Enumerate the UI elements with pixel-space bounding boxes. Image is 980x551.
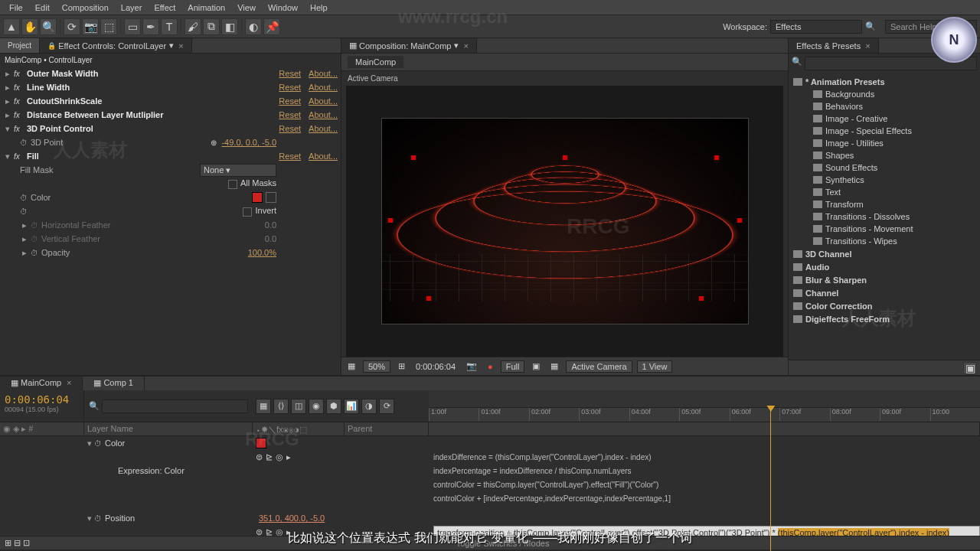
value-position[interactable]: 351.0, 400.0, -5.0 [259, 514, 325, 523]
live-update-icon[interactable]: ⟳ [379, 399, 394, 414]
value-3d-point[interactable]: -49.0, 0.0, -5.0 [221, 138, 276, 147]
stopwatch-icon[interactable]: ⏱ [31, 235, 38, 243]
menu-effect[interactable]: Effect [148, 2, 181, 14]
preset-item[interactable]: Transitions - Wipes [789, 235, 980, 247]
preset-item[interactable]: ▾Channel [789, 286, 980, 299]
about-link[interactable]: About... [309, 69, 338, 78]
expr-graph-icon[interactable]: ⊵ [266, 527, 273, 536]
workspace-dropdown[interactable]: Effects [770, 20, 862, 34]
about-link[interactable]: About... [309, 124, 338, 133]
toggle-icon[interactable]: ▸ [3, 96, 12, 106]
frame-blend-icon[interactable]: ◫ [291, 399, 306, 414]
preset-item[interactable]: Text [789, 186, 980, 198]
pen-tool[interactable]: ✒ [142, 18, 159, 35]
reset-link[interactable]: Reset [279, 69, 301, 78]
views-count-dropdown[interactable]: 1 View [637, 360, 673, 373]
stopwatch-icon[interactable]: ⏱ [20, 207, 28, 216]
stopwatch-icon[interactable]: ⏱ [31, 249, 38, 257]
current-time-indicator[interactable] [770, 407, 771, 551]
zoom-dropdown[interactable]: 50% [363, 360, 390, 373]
reset-link[interactable]: Reset [279, 124, 301, 133]
preset-item[interactable]: ▾Digieffects FreeForm [789, 312, 980, 325]
about-link[interactable]: About... [309, 152, 338, 161]
view-dropdown[interactable]: Active Camera [566, 360, 632, 373]
menu-layer[interactable]: Layer [115, 2, 149, 14]
preset-item[interactable]: Image - Utilities [789, 137, 980, 149]
effect-3d-point[interactable]: 3D Point Control [27, 124, 279, 133]
close-icon[interactable]: × [178, 41, 183, 51]
effect-controls-tab[interactable]: 🔒Effect Controls: ControlLayer▾× [40, 38, 191, 53]
preset-item[interactable]: Behaviors [789, 100, 980, 112]
menu-animation[interactable]: Animation [181, 2, 231, 14]
rectangle-tool[interactable]: ▭ [124, 18, 141, 35]
menu-window[interactable]: Window [262, 2, 304, 14]
hand-tool[interactable]: ✋ [21, 18, 38, 35]
eyedropper-icon[interactable] [266, 192, 276, 203]
preset-item[interactable]: Sound Effects [789, 161, 980, 174]
close-icon[interactable]: × [67, 378, 71, 387]
toggle-icon[interactable]: ▾ [87, 439, 92, 448]
comp-mini-icon[interactable]: ▦ [256, 399, 271, 414]
draft3d-icon[interactable]: ◑ [361, 399, 377, 414]
menu-edit[interactable]: Edit [29, 2, 56, 14]
close-icon[interactable]: × [463, 41, 468, 51]
stopwatch-icon[interactable]: ⏱ [94, 514, 102, 523]
toggle-icon[interactable]: ▸ [3, 83, 12, 93]
preset-item[interactable]: Transform [789, 198, 980, 210]
camera-tool[interactable]: 📷 [82, 18, 99, 35]
effect-line-width[interactable]: Line Width [27, 83, 279, 92]
color-swatch[interactable] [256, 438, 266, 448]
timecode-display[interactable]: 0:00:06:04 [5, 393, 79, 406]
menu-help[interactable]: Help [304, 2, 334, 14]
close-icon[interactable]: × [865, 41, 870, 51]
value-opacity[interactable]: 100.0% [248, 248, 276, 257]
target-icon[interactable]: ⊕ [211, 139, 217, 147]
preset-item[interactable]: ▾Color Correction [789, 299, 980, 312]
about-link[interactable]: About... [309, 110, 338, 119]
about-link[interactable]: About... [309, 96, 338, 106]
reset-link[interactable]: Reset [279, 83, 301, 92]
expr-pick-icon[interactable]: ◎ [276, 527, 283, 536]
transparency-icon[interactable]: ▦ [547, 360, 561, 372]
time-ruler[interactable]: 1:00f01:00f02:00f03:00f04:00f05:00f06:00… [429, 390, 980, 422]
composition-viewer[interactable] [346, 86, 783, 357]
grid-icon[interactable]: ▦ [345, 360, 358, 372]
pan-behind-tool[interactable]: ⬚ [100, 18, 117, 35]
menu-file[interactable]: File [3, 2, 29, 14]
effect-cutout[interactable]: CutoutShrinkScale [27, 96, 279, 106]
snapshot-icon[interactable]: 📷 [463, 360, 480, 372]
effect-distance[interactable]: Distance Between Layer Mutliplier [27, 110, 279, 119]
expr-enable-icon[interactable]: ⊜ [256, 527, 263, 536]
effects-presets-tab[interactable]: Effects & Presets× [789, 38, 879, 53]
timeline-tab-main[interactable]: ▦MainComp × [0, 377, 83, 390]
toggle-icon[interactable]: ▸ [20, 220, 29, 230]
puppet-tool[interactable]: 📌 [263, 18, 280, 35]
clone-tool[interactable]: ⧉ [203, 18, 220, 35]
toggle-icon[interactable]: ▾ [87, 514, 92, 523]
text-tool[interactable]: T [161, 18, 178, 35]
reset-link[interactable]: Reset [279, 152, 301, 161]
res-toggle[interactable]: ⊞ [395, 360, 408, 372]
expr-enable-icon[interactable]: ⊜ [256, 452, 263, 462]
invert-checkbox[interactable] [243, 207, 252, 217]
menu-view[interactable]: View [231, 2, 262, 14]
preset-item[interactable]: Transitions - Movement [789, 223, 980, 235]
menu-composition[interactable]: Composition [56, 2, 115, 14]
toggle-icon[interactable]: ▾ [3, 124, 12, 134]
preset-item[interactable]: ▾3D Channel [789, 247, 980, 260]
effect-outer-mask[interactable]: Outer Mask Width [27, 69, 279, 78]
comp-subtab[interactable]: MainComp [348, 56, 403, 68]
brush-tool[interactable]: 🖌 [185, 18, 201, 35]
preset-item[interactable]: Transitions - Dissolves [789, 210, 980, 223]
about-link[interactable]: About... [309, 83, 338, 92]
stopwatch-icon[interactable]: ⏱ [94, 439, 102, 448]
toggle-icon[interactable]: ▾ [3, 152, 12, 161]
roi-icon[interactable]: ▣ [529, 360, 543, 372]
new-bin-icon[interactable]: ▣ [963, 362, 977, 374]
preset-item[interactable]: Image - Creative [789, 112, 980, 125]
motion-blur-icon[interactable]: ◉ [309, 399, 324, 414]
effect-fill[interactable]: Fill [27, 152, 279, 161]
preset-item[interactable]: ▾Blur & Sharpen [789, 273, 980, 286]
timeline-search-input[interactable] [102, 399, 248, 413]
fill-mask-dropdown[interactable]: None ▾ [200, 164, 276, 177]
